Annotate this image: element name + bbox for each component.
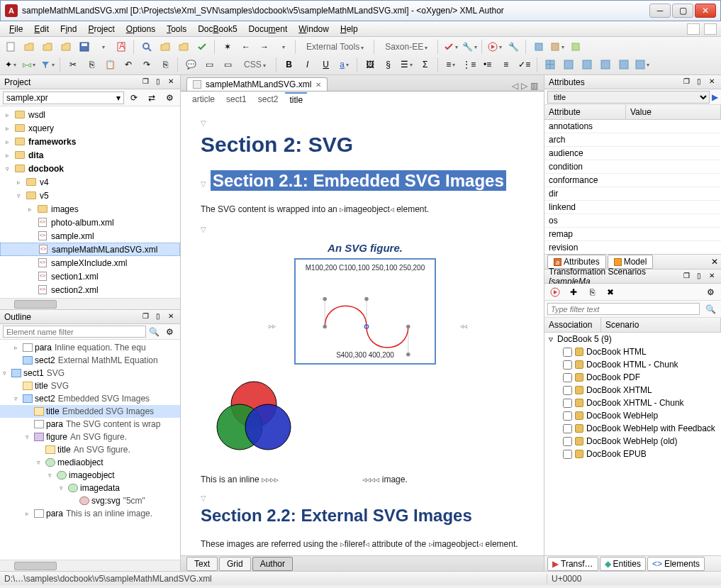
save-dropdown[interactable] [95, 39, 111, 55]
outline-min-icon[interactable]: ▯ [153, 312, 163, 322]
open2-button[interactable] [40, 39, 55, 55]
underline-button[interactable]: U [318, 57, 334, 72]
attr-restore-icon[interactable]: ❐ [681, 77, 691, 87]
project-hscroll[interactable] [0, 298, 180, 309]
trans-del-icon[interactable]: ✖ [603, 284, 618, 300]
attribute-row[interactable]: annotations [544, 120, 721, 133]
nav-dropdown[interactable] [275, 39, 291, 55]
transform-group[interactable]: ▿DocBook 5 (9) [544, 333, 721, 345]
italic-button[interactable]: I [300, 57, 315, 72]
para-button[interactable]: ☰ [399, 57, 415, 72]
open-button[interactable] [21, 39, 37, 55]
outline-tree-item[interactable]: titleEmbedded SVG Images [0, 405, 180, 418]
trans-close-icon[interactable]: ✕ [707, 272, 717, 282]
trans-copy-icon[interactable]: ⎘ [584, 284, 600, 300]
bottom-tab-transf[interactable]: ▶Transf… [547, 557, 598, 571]
print-button[interactable]: A [113, 39, 129, 55]
menu-project[interactable]: Project [83, 23, 119, 35]
menu-tools[interactable]: Tools [162, 23, 191, 35]
breadcrumb-item[interactable]: sect2 [254, 93, 283, 106]
link-button[interactable]: ▭ [220, 57, 235, 72]
list-button[interactable]: ≡ [443, 57, 459, 72]
attribute-row[interactable]: conformance [544, 174, 721, 187]
tab-next-icon[interactable]: ▷ [521, 81, 527, 91]
attributes-grid[interactable]: Attribute Value annotationsarchaudiencec… [544, 105, 721, 254]
table3-button[interactable] [579, 57, 595, 72]
project-tree-item[interactable]: sampleMathMLandSVG.xml [0, 243, 180, 256]
external-tools-dropdown[interactable]: External Tools [301, 42, 369, 52]
tool-b-button[interactable] [549, 39, 565, 55]
fold-icon[interactable]: ▽ [201, 494, 208, 502]
dl-button[interactable]: ≡ [498, 57, 514, 72]
project-close-icon[interactable]: ✕ [166, 77, 176, 87]
attribute-row[interactable]: remap [544, 228, 721, 241]
outline-tree-item[interactable]: ▿mediaobject [0, 456, 180, 469]
outline-restore-icon[interactable]: ❐ [140, 312, 150, 322]
menu-help[interactable]: Help [335, 23, 363, 35]
tool-a-button[interactable] [531, 39, 547, 55]
transform-engine-dropdown[interactable]: Saxon-EE [379, 42, 433, 52]
attr-next-icon[interactable]: ▶ [712, 92, 718, 102]
outline-tree-item[interactable]: ▿imagedata [0, 482, 180, 494]
trans-run-icon[interactable] [547, 284, 563, 300]
project-tree-item[interactable]: ▹wsdl [0, 108, 180, 121]
outline-tree-item[interactable]: titleAn SVG figure. [0, 443, 180, 456]
close-button[interactable]: ✕ [695, 4, 716, 18]
outline-tree-item[interactable]: sect2External MathML Equation [0, 354, 180, 367]
attribute-row[interactable]: linkend [544, 201, 721, 214]
maximize-button[interactable]: ▢ [672, 4, 693, 18]
resize-handle-left[interactable]: ▹▹ [269, 322, 276, 330]
transform-scenario-item[interactable]: DocBook WebHelp [544, 409, 721, 422]
track-button[interactable]: ▹◃ [21, 57, 37, 72]
new-button[interactable] [3, 39, 18, 55]
ul-button[interactable]: •≡ [480, 57, 496, 72]
style-button[interactable]: ✦ [3, 57, 18, 72]
css-dropdown[interactable]: CSS [238, 60, 272, 70]
trans-search-icon[interactable]: 🔍 [703, 301, 718, 317]
attr-close-icon[interactable]: ✕ [707, 77, 717, 87]
attribute-row[interactable]: audience [544, 147, 721, 160]
project-tree-item[interactable]: sample.xml [0, 229, 180, 243]
fold-icon[interactable]: ▽ [201, 226, 208, 233]
run-config-button[interactable]: 🔧 [505, 39, 521, 55]
project-tree-item[interactable]: ▹frameworks [0, 135, 180, 148]
search-button[interactable] [139, 39, 155, 55]
breadcrumb-item[interactable]: article [188, 93, 219, 106]
tool-c-button[interactable] [568, 39, 583, 55]
project-tree-item[interactable]: ▹xquery [0, 121, 180, 135]
highlight-button[interactable]: ▭ [201, 57, 217, 72]
outline-filter-input[interactable] [3, 326, 146, 338]
project-tree-item[interactable]: ▿v5 [0, 189, 180, 202]
undo-button[interactable]: ✶ [220, 39, 235, 55]
view-tab-text[interactable]: Text [186, 557, 218, 571]
bold-button[interactable]: B [281, 57, 297, 72]
project-tree-item[interactable]: ▹images [0, 202, 180, 216]
bottom-tab-entities[interactable]: ◆Entities [600, 557, 646, 571]
subtab-close-icon[interactable]: ✕ [711, 257, 718, 267]
menu-find[interactable]: Find [55, 23, 82, 35]
attributes-element-select[interactable]: title [547, 91, 710, 104]
transform-tree[interactable]: ▿DocBook 5 (9) DocBook HTMLDocBook HTML … [544, 333, 721, 555]
perspective-icon-2[interactable] [704, 23, 717, 35]
attribute-row[interactable]: dir [544, 187, 721, 201]
table2-button[interactable] [561, 57, 576, 72]
transform-scenario-item[interactable]: DocBook HTML [544, 345, 721, 358]
outline-tree-item[interactable]: titleSVG [0, 379, 180, 392]
outline-tree[interactable]: ▹paraInline equation. The equsect2Extern… [0, 340, 180, 560]
table1-button[interactable] [542, 57, 558, 72]
attribute-row[interactable]: revision [544, 241, 721, 254]
resize-handle-right[interactable]: ◃◃ [460, 322, 467, 330]
trans-settings-icon[interactable]: ⚙ [703, 284, 718, 300]
image-button[interactable]: 🖼 [362, 57, 378, 72]
tab-list-icon[interactable]: ▥ [530, 81, 538, 91]
comment-button[interactable]: 💬 [183, 57, 199, 72]
table5-button[interactable] [616, 57, 632, 72]
attribute-row[interactable]: condition [544, 160, 721, 174]
menu-window[interactable]: Window [294, 23, 334, 35]
fold-icon[interactable]: ▽ [201, 119, 208, 127]
undo2-button[interactable]: ↶ [121, 57, 136, 72]
transform-scenario-item[interactable]: DocBook XHTML [544, 384, 721, 396]
project-tree-item[interactable]: ▹v4 [0, 175, 180, 189]
menu-docbook5[interactable]: DocBook5 [193, 23, 242, 35]
project-tree-item[interactable]: section2.xml [0, 283, 180, 296]
